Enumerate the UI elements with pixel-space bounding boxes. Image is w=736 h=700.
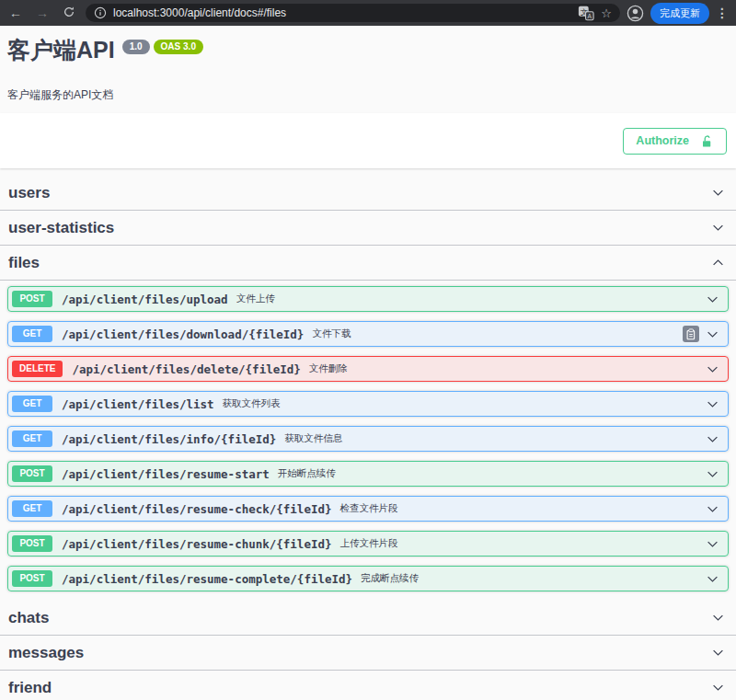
operation-path[interactable]: /api/client/files/info/{fileId} bbox=[62, 432, 276, 446]
unlocked-padlock-icon bbox=[700, 133, 714, 149]
toolbar-right: 完成更新 ⋮ bbox=[627, 3, 730, 24]
api-description: 客户端服务的API文档 bbox=[7, 87, 729, 103]
translate-icon[interactable]: 文A bbox=[578, 6, 594, 21]
tag-section-header-messages[interactable]: messages bbox=[0, 636, 736, 671]
chevron-down-icon[interactable] bbox=[706, 362, 719, 376]
tag-title: user-statistics bbox=[8, 219, 114, 237]
oas-badge: OAS 3.0 bbox=[154, 40, 203, 54]
operation-path[interactable]: /api/client/files/resume-check/{fileId} bbox=[62, 502, 332, 516]
operation-description: 获取文件信息 bbox=[284, 432, 342, 445]
browser-toolbar: ← → localhost:3000/api/client/docs#/file… bbox=[0, 0, 736, 26]
authorize-button[interactable]: Authorize bbox=[623, 128, 727, 155]
svg-text:A: A bbox=[588, 12, 592, 18]
chevron-down-icon[interactable] bbox=[706, 467, 719, 481]
method-badge: POST bbox=[12, 291, 52, 307]
address-bar[interactable]: localhost:3000/api/client/docs#/files 文A… bbox=[86, 4, 620, 22]
operation-path[interactable]: /api/client/files/resume-chunk/{fileId} bbox=[62, 537, 332, 551]
chevron-down-icon[interactable] bbox=[706, 432, 719, 446]
reload-icon[interactable] bbox=[59, 6, 79, 20]
tag-section: friend bbox=[0, 671, 736, 700]
chrome-update-button[interactable]: 完成更新 bbox=[650, 3, 709, 24]
method-badge: POST bbox=[12, 570, 52, 587]
tag-title: files bbox=[8, 254, 40, 272]
title-badges: 1.0 OAS 3.0 bbox=[122, 40, 203, 54]
operation-row[interactable]: POST/api/client/files/resume-complete/{f… bbox=[7, 566, 729, 591]
tag-section: messages bbox=[0, 636, 736, 671]
copy-path-button[interactable] bbox=[683, 326, 699, 342]
chevron-down-icon[interactable] bbox=[706, 572, 719, 586]
operation-description: 获取文件列表 bbox=[223, 397, 281, 410]
operation-row[interactable]: POST/api/client/files/resume-start开始断点续传 bbox=[7, 461, 729, 487]
operation-description: 上传文件片段 bbox=[340, 537, 398, 550]
operation-row[interactable]: POST/api/client/files/upload文件上传 bbox=[7, 286, 729, 312]
operation-path[interactable]: /api/client/files/resume-complete/{fileI… bbox=[62, 572, 352, 586]
method-badge: POST bbox=[12, 465, 52, 482]
operation-path[interactable]: /api/client/files/delete/{fileId} bbox=[72, 362, 300, 376]
operation-row[interactable]: POST/api/client/files/resume-chunk/{file… bbox=[7, 531, 729, 557]
chevron-down-icon[interactable] bbox=[706, 327, 719, 341]
chevron-down-icon[interactable] bbox=[706, 537, 719, 551]
tag-section: user-statistics bbox=[0, 211, 736, 246]
tag-section: chats bbox=[0, 601, 736, 636]
chevron-down-icon[interactable] bbox=[711, 611, 725, 625]
operation-description: 文件上传 bbox=[236, 293, 275, 305]
page-title: 客户端API bbox=[7, 35, 115, 65]
tag-section-header-chats[interactable]: chats bbox=[0, 601, 736, 636]
operation-path[interactable]: /api/client/files/list bbox=[62, 397, 214, 411]
tag-title: messages bbox=[8, 644, 84, 662]
profile-avatar-icon[interactable] bbox=[627, 5, 644, 22]
chevron-down-icon[interactable] bbox=[711, 221, 725, 235]
operations-list: POST/api/client/files/upload文件上传GET/api/… bbox=[0, 281, 736, 591]
tag-title: friend bbox=[8, 679, 52, 697]
chevron-down-icon[interactable] bbox=[706, 502, 719, 516]
operation-path[interactable]: /api/client/files/resume-start bbox=[62, 467, 270, 481]
tag-section-header-friend[interactable]: friend bbox=[0, 671, 736, 700]
operation-path[interactable]: /api/client/files/download/{fileId} bbox=[62, 327, 304, 341]
tag-section-header-users[interactable]: users bbox=[0, 176, 736, 211]
api-sections: usersuser-statisticsfilesPOST/api/client… bbox=[0, 176, 736, 700]
version-badge: 1.0 bbox=[122, 40, 150, 54]
operation-row[interactable]: GET/api/client/files/resume-check/{fileI… bbox=[7, 496, 729, 522]
method-badge: DELETE bbox=[12, 361, 63, 377]
tag-section-header-files[interactable]: files bbox=[0, 246, 736, 281]
operation-description: 检查文件片段 bbox=[340, 502, 398, 515]
operation-path[interactable]: /api/client/files/upload bbox=[62, 293, 228, 306]
api-info-section: 客户端API 1.0 OAS 3.0 客户端服务的API文档 bbox=[0, 26, 736, 113]
method-badge: GET bbox=[12, 430, 52, 447]
tag-section: users bbox=[0, 176, 736, 211]
chevron-down-icon[interactable] bbox=[706, 293, 719, 306]
operation-description: 文件下载 bbox=[312, 327, 351, 340]
browser-menu-kebab-icon[interactable]: ⋮ bbox=[716, 6, 730, 20]
site-info-icon[interactable] bbox=[94, 6, 107, 19]
bookmark-star-icon[interactable]: ☆ bbox=[601, 6, 612, 20]
tag-section-header-user-statistics[interactable]: user-statistics bbox=[0, 211, 736, 246]
authorize-label: Authorize bbox=[636, 134, 689, 147]
scheme-container: Authorize bbox=[0, 113, 736, 168]
chevron-down-icon[interactable] bbox=[711, 646, 725, 660]
operation-description: 文件删除 bbox=[309, 362, 348, 375]
operation-row[interactable]: GET/api/client/files/list获取文件列表 bbox=[7, 391, 729, 417]
method-badge: POST bbox=[12, 535, 52, 552]
chevron-up-icon[interactable] bbox=[711, 256, 725, 270]
method-badge: GET bbox=[12, 326, 52, 342]
tag-section: filesPOST/api/client/files/upload文件上传GET… bbox=[0, 246, 736, 591]
method-badge: GET bbox=[12, 500, 52, 517]
chevron-down-icon[interactable] bbox=[711, 186, 725, 200]
back-icon[interactable]: ← bbox=[6, 6, 26, 19]
operation-description: 完成断点续传 bbox=[361, 572, 419, 585]
operation-row[interactable]: GET/api/client/files/download/{fileId}文件… bbox=[7, 321, 729, 347]
url-text[interactable]: localhost:3000/api/client/docs#/files bbox=[113, 6, 571, 19]
tag-title: chats bbox=[8, 609, 49, 627]
operation-row[interactable]: DELETE/api/client/files/delete/{fileId}文… bbox=[7, 356, 729, 382]
method-badge: GET bbox=[12, 396, 52, 412]
title-row: 客户端API 1.0 OAS 3.0 bbox=[7, 35, 729, 65]
chevron-down-icon[interactable] bbox=[706, 397, 719, 411]
operation-row[interactable]: GET/api/client/files/info/{fileId}获取文件信息 bbox=[7, 426, 729, 452]
tag-title: users bbox=[8, 184, 50, 202]
operation-description: 开始断点续传 bbox=[278, 467, 336, 480]
chevron-down-icon[interactable] bbox=[711, 681, 725, 694]
forward-icon[interactable]: → bbox=[32, 6, 52, 19]
